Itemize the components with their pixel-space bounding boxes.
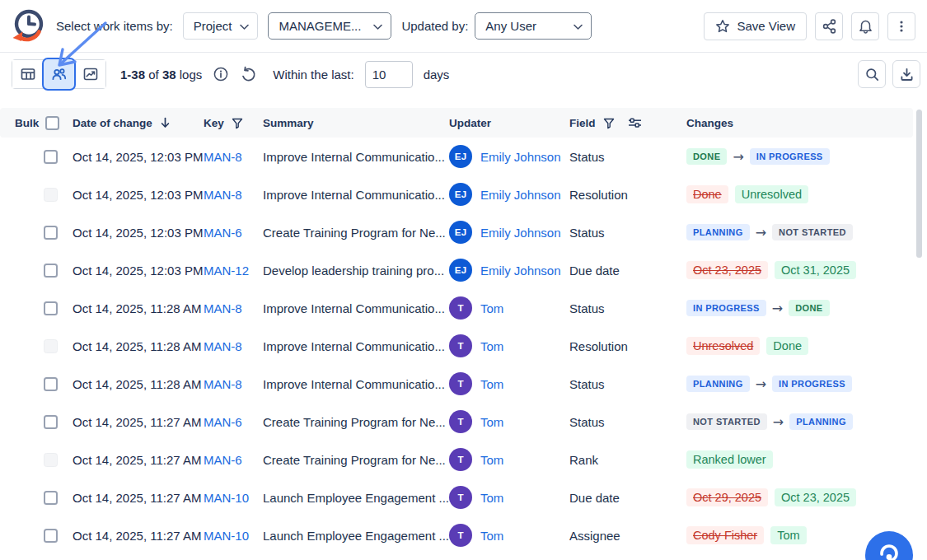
project-type-dropdown[interactable]: Project [183, 12, 259, 40]
row-updater[interactable]: T Tom [449, 334, 569, 357]
updater-name: Emily Johnson [480, 188, 561, 202]
summary-column-label: Summary [263, 117, 314, 129]
row-key-link[interactable]: MAN-10 [204, 529, 249, 543]
row-changes: DONE→IN PROGRESS [686, 148, 927, 165]
table-row: Oct 14, 2025, 12:03 PM MAN-12 Develop le… [0, 251, 927, 289]
avatar: T [449, 296, 472, 320]
row-checkbox[interactable] [44, 453, 58, 467]
row-field: Assignee [569, 529, 686, 543]
vertical-scrollbar[interactable] [916, 110, 922, 258]
updater-name: Tom [480, 529, 503, 543]
updated-by-dropdown[interactable]: Any User [475, 12, 592, 40]
info-icon [213, 66, 229, 82]
days-label: days [424, 68, 450, 82]
refresh-button[interactable] [240, 66, 257, 83]
download-button[interactable] [892, 60, 920, 88]
row-updater[interactable]: T Tom [449, 296, 569, 320]
old-value-chip: Oct 23, 2025 [686, 261, 768, 279]
row-updater[interactable]: T Tom [449, 448, 569, 471]
row-updater[interactable]: EJ Emily Johnson [449, 259, 569, 282]
row-checkbox[interactable] [44, 188, 58, 202]
updater-name: Tom [480, 453, 503, 467]
row-summary: Improve Internal Communicatio... [263, 339, 449, 353]
project-value-dropdown[interactable]: MANAGEME... [268, 12, 391, 40]
change-from-badge: DONE [686, 148, 727, 165]
column-updater: Updater [449, 117, 569, 129]
row-summary: Launch Employee Engagement ... [263, 491, 449, 505]
transition-arrow-icon: → [756, 225, 766, 240]
row-key-link[interactable]: MAN-8 [204, 339, 242, 353]
row-key-link[interactable]: MAN-6 [204, 415, 242, 429]
new-value-chip: Oct 31, 2025 [775, 261, 856, 279]
old-value-chip: Done [686, 185, 728, 203]
row-date: Oct 14, 2025, 11:28 AM [73, 301, 204, 315]
row-checkbox[interactable] [44, 339, 58, 353]
row-checkbox[interactable] [44, 301, 58, 315]
row-key-link[interactable]: MAN-6 [204, 226, 242, 240]
row-checkbox[interactable] [44, 150, 58, 164]
avatar: EJ [449, 259, 472, 282]
search-icon [864, 67, 880, 82]
row-checkbox[interactable] [44, 415, 58, 429]
column-field: Field [569, 116, 686, 129]
within-last-label: Within the last: [273, 68, 353, 82]
updaters-view-button[interactable] [42, 58, 76, 91]
share-button[interactable] [815, 12, 843, 40]
save-view-button[interactable]: Save View [704, 12, 807, 40]
row-checkbox[interactable] [44, 529, 58, 543]
row-updater[interactable]: T Tom [449, 524, 569, 547]
row-checkbox[interactable] [44, 226, 58, 240]
row-key-link[interactable]: MAN-8 [204, 377, 242, 391]
row-summary: Launch Employee Engagement ... [263, 529, 449, 543]
updater-name: Tom [480, 491, 503, 505]
row-updater[interactable]: T Tom [449, 372, 569, 395]
row-changes: IN PROGRESS→DONE [686, 300, 927, 316]
kebab-menu-icon [894, 19, 909, 34]
table-view-button[interactable] [12, 60, 43, 88]
field-settings-icon[interactable] [627, 116, 643, 129]
row-date: Oct 14, 2025, 11:28 AM [73, 339, 204, 353]
within-days-input[interactable] [365, 61, 413, 88]
updater-name: Tom [480, 415, 503, 429]
row-key-link[interactable]: MAN-12 [204, 264, 249, 278]
row-key-link[interactable]: MAN-6 [204, 453, 242, 467]
notifications-button[interactable] [851, 12, 879, 40]
select-all-checkbox[interactable] [45, 116, 59, 130]
key-filter-icon[interactable] [231, 117, 244, 129]
table-row: Oct 14, 2025, 11:28 AM MAN-8 Improve Int… [0, 327, 927, 365]
change-to-badge: DONE [789, 300, 829, 316]
row-key-link[interactable]: MAN-8 [204, 188, 242, 202]
row-checkbox[interactable] [44, 264, 58, 278]
info-button[interactable] [213, 66, 229, 82]
row-updater[interactable]: EJ Emily Johnson [449, 221, 569, 244]
row-summary: Improve Internal Communicatio... [263, 377, 449, 391]
table-row: Oct 14, 2025, 11:27 AM MAN-10 Launch Emp… [0, 516, 927, 554]
row-checkbox[interactable] [44, 491, 58, 505]
row-date: Oct 14, 2025, 11:27 AM [73, 415, 204, 429]
row-summary: Develop leadership training pro... [263, 264, 449, 278]
transition-arrow-icon: → [773, 414, 784, 430]
row-date: Oct 14, 2025, 11:27 AM [73, 529, 204, 543]
row-key-link[interactable]: MAN-10 [204, 491, 249, 505]
row-key-link[interactable]: MAN-8 [204, 150, 242, 164]
row-key-link[interactable]: MAN-8 [204, 301, 242, 315]
row-updater[interactable]: T Tom [449, 486, 569, 509]
search-button[interactable] [858, 60, 886, 88]
chart-view-button[interactable] [75, 60, 105, 88]
row-checkbox[interactable] [44, 377, 58, 391]
field-filter-icon[interactable] [602, 117, 616, 129]
row-summary: Improve Internal Communicatio... [263, 301, 449, 315]
row-updater[interactable]: T Tom [449, 410, 569, 433]
issue-history-app: Select work items by: Project MANAGEME..… [0, 0, 927, 560]
row-changes: Oct 29, 2025Oct 23, 2025 [686, 488, 927, 506]
column-bulk: Bulk [15, 116, 73, 130]
new-value-chip: Done [766, 337, 808, 355]
change-to-badge: PLANNING [789, 413, 853, 430]
row-updater[interactable]: EJ Emily Johnson [449, 145, 569, 168]
sort-desc-icon[interactable] [159, 116, 171, 129]
updater-column-label: Updater [449, 117, 491, 129]
field-column-label: Field [569, 117, 596, 129]
more-options-button[interactable] [887, 12, 915, 40]
row-updater[interactable]: EJ Emily Johnson [449, 183, 569, 206]
chevron-down-icon [240, 24, 249, 30]
